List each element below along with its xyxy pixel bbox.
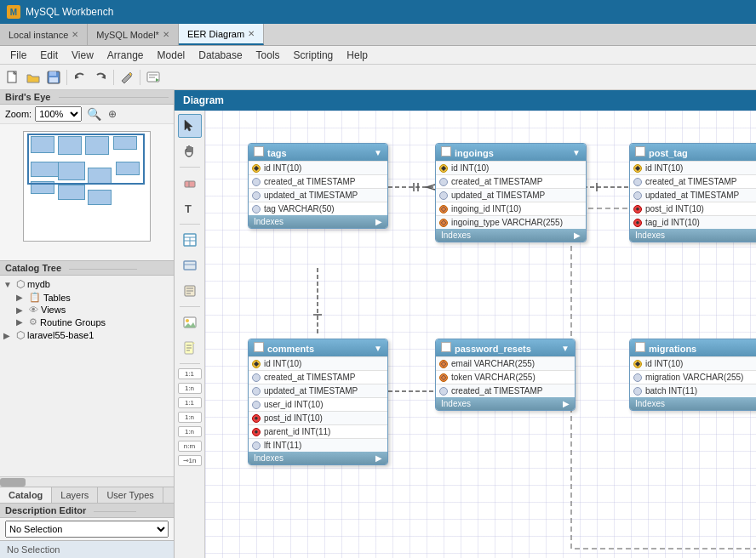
tab-eer-diagram[interactable]: EER Diagram ✕ [179, 24, 264, 45]
er-table-password-resets-header[interactable]: password_resets ▼ [436, 339, 575, 356]
er-table-post-tag-row-3[interactable]: ● post_id INT(10) [630, 202, 756, 215]
er-table-tags[interactable]: tags ▼ ◆ id INT(10) created_at TIMESTAMP… [248, 143, 388, 229]
menu-tools[interactable]: Tools [249, 46, 287, 65]
tab-user-types[interactable]: User Types [98, 487, 163, 503]
er-table-mig-row-1[interactable]: migration VARCHAR(255) [630, 370, 756, 384]
er-table-pr-row-2[interactable]: created_at TIMESTAMP [436, 384, 575, 397]
er-table-migrations[interactable]: migrations ▼ ◆ id INT(10) migration VARC… [629, 339, 756, 411]
tool-image[interactable] [178, 310, 202, 334]
er-table-ingoings[interactable]: ingoings ▼ ◆ id INT(10) created_at TIMES… [435, 143, 587, 242]
er-table-post-tag-row-0[interactable]: ◆ id INT(10) [630, 161, 756, 174]
tool-routine[interactable] [178, 279, 202, 303]
er-table-ingoings-row-1[interactable]: created_at TIMESTAMP [436, 174, 586, 188]
er-table-tags-row-0[interactable]: ◆ id INT(10) [249, 161, 387, 174]
menu-model[interactable]: Model [151, 46, 192, 65]
er-table-ingoings-row-4[interactable]: ◇ ingoing_type VARCHAR(255) [436, 215, 586, 229]
menu-arrange[interactable]: Arrange [100, 46, 151, 65]
tree-item-routines[interactable]: ▶ ⚙ Routine Groups [0, 316, 174, 328]
er-table-comments-indexes[interactable]: Indexes ▶ [249, 452, 387, 464]
er-table-migrations-header[interactable]: migrations ▼ [630, 339, 756, 356]
toolbar-redo-btn[interactable] [91, 68, 110, 87]
er-table-comments-row-1[interactable]: created_at TIMESTAMP [249, 370, 387, 384]
indexes-arrow-comments[interactable]: ▶ [375, 453, 382, 463]
tree-item-laravel[interactable]: ▶ ⬡ laravel55-base1 [0, 328, 174, 342]
er-table-ingoings-indexes[interactable]: Indexes ▶ [436, 229, 586, 242]
tree-expand-routines[interactable]: ▶ [16, 317, 26, 327]
zoom-in-btn[interactable]: ⊕ [106, 109, 118, 119]
er-table-mig-row-2[interactable]: batch INT(11) [630, 384, 756, 397]
indexes-arrow-pr[interactable]: ▶ [563, 399, 570, 408]
tree-item-tables[interactable]: ▶ 📋 Tables [0, 291, 174, 304]
menu-database[interactable]: Database [192, 46, 249, 65]
toolbar-save-btn[interactable] [44, 68, 63, 87]
tool-select[interactable] [178, 114, 202, 138]
indexes-arrow-ingoings[interactable]: ▶ [574, 231, 581, 240]
tree-item-mydb[interactable]: ▼ ⬡ mydb [0, 277, 174, 291]
tool-rel-n-m[interactable]: n:m [178, 441, 202, 452]
er-table-ingoings-header[interactable]: ingoings ▼ [436, 144, 586, 161]
er-table-pr-row-0[interactable]: ◇ email VARCHAR(255) [436, 356, 575, 370]
er-table-tags-row-2[interactable]: updated_at TIMESTAMP [249, 188, 387, 202]
tool-text[interactable]: T [178, 196, 202, 220]
tab-local-instance[interactable]: Local instance ✕ [0, 24, 88, 45]
tool-rel-1-n-c[interactable]: 1:n [178, 426, 202, 437]
er-table-ingoings-row-3[interactable]: ◇ ingoing_id INT(10) [436, 202, 586, 215]
er-table-post-tag-indexes[interactable]: Indexes ▶ [630, 229, 756, 242]
menu-edit[interactable]: Edit [33, 46, 65, 65]
toolbar-execute-btn[interactable] [144, 68, 163, 87]
tab-layers[interactable]: Layers [52, 487, 98, 503]
er-table-password-resets[interactable]: password_resets ▼ ◇ email VARCHAR(255) ◇… [435, 339, 576, 411]
tree-expand-mydb[interactable]: ▼ [3, 280, 14, 289]
horizontal-scrollbar[interactable] [0, 476, 174, 487]
er-table-post-tag-row-1[interactable]: created_at TIMESTAMP [630, 174, 756, 188]
tool-rel-1-n-b[interactable]: 1:n [178, 412, 202, 423]
tab-mysql-model[interactable]: MySQL Model* ✕ [88, 24, 179, 45]
er-table-post-tag-header[interactable]: post_tag ▼ [630, 144, 756, 161]
tool-rel-1-n-a[interactable]: 1:n [178, 383, 202, 394]
zoom-out-btn[interactable]: 🔍 [85, 108, 103, 120]
er-table-tags-arrow[interactable]: ▼ [374, 148, 382, 157]
er-table-comments-row-6[interactable]: lft INT(11) [249, 438, 387, 452]
tool-rel-1-1-b[interactable]: 1:1 [178, 397, 202, 408]
toolbar-open-btn[interactable] [24, 68, 43, 87]
er-table-comments-row-2[interactable]: updated_at TIMESTAMP [249, 384, 387, 397]
desc-selection-select[interactable]: No Selection [5, 521, 169, 538]
menu-help[interactable]: Help [340, 46, 375, 65]
er-table-comments-arrow[interactable]: ▼ [374, 344, 382, 353]
er-table-post-tag[interactable]: post_tag ▼ ◆ id INT(10) created_at TIMES… [629, 143, 756, 242]
tool-note[interactable] [178, 336, 202, 360]
menu-scripting[interactable]: Scripting [287, 46, 341, 65]
tool-eraser[interactable] [178, 171, 202, 195]
scrollbar-thumb[interactable] [0, 478, 26, 487]
er-table-mig-row-0[interactable]: ◆ id INT(10) [630, 356, 756, 370]
tree-expand-laravel[interactable]: ▶ [3, 331, 14, 340]
tree-item-views[interactable]: ▶ 👁 Views [0, 304, 174, 316]
er-table-ingoings-arrow[interactable]: ▼ [572, 148, 581, 157]
er-table-post-tag-row-2[interactable]: updated_at TIMESTAMP [630, 188, 756, 202]
tab-catalog[interactable]: Catalog [0, 487, 52, 503]
er-table-ingoings-row-2[interactable]: updated_at TIMESTAMP [436, 188, 586, 202]
menu-file[interactable]: File [3, 46, 33, 65]
er-table-comments-header[interactable]: comments ▼ [249, 339, 387, 356]
tab-local-close[interactable]: ✕ [72, 30, 78, 39]
er-table-pr-indexes[interactable]: Indexes ▶ [436, 397, 575, 410]
tool-view[interactable] [178, 253, 202, 277]
er-table-comments-row-3[interactable]: user_id INT(10) [249, 397, 387, 411]
diagram-canvas-area[interactable]: tags ▼ ◆ id INT(10) created_at TIMESTAMP… [205, 111, 756, 558]
er-table-migrations-indexes[interactable]: Indexes ▶ [630, 397, 756, 410]
er-table-tags-indexes[interactable]: Indexes ▶ [249, 215, 387, 228]
zoom-select[interactable]: 100% 50% 75% 125% 150% 200% [35, 106, 82, 122]
tool-rel-arrow[interactable]: ⊸1n [178, 455, 202, 466]
indexes-arrow-tags[interactable]: ▶ [375, 217, 382, 226]
er-table-tags-header[interactable]: tags ▼ [249, 144, 387, 161]
er-table-ingoings-row-0[interactable]: ◆ id INT(10) [436, 161, 586, 174]
toolbar-undo-btn[interactable] [71, 68, 89, 87]
tool-rel-1-1-a[interactable]: 1:1 [178, 368, 202, 379]
menu-view[interactable]: View [65, 46, 100, 65]
er-table-comments-row-4[interactable]: ● post_id INT(10) [249, 411, 387, 424]
er-table-comments-row-5[interactable]: ● parent_id INT(11) [249, 424, 387, 438]
er-table-tags-row-1[interactable]: created_at TIMESTAMP [249, 174, 387, 188]
tool-table[interactable] [178, 228, 202, 252]
er-table-comments[interactable]: comments ▼ ◆ id INT(10) created_at TIMES… [248, 339, 388, 465]
er-table-comments-row-0[interactable]: ◆ id INT(10) [249, 356, 387, 370]
